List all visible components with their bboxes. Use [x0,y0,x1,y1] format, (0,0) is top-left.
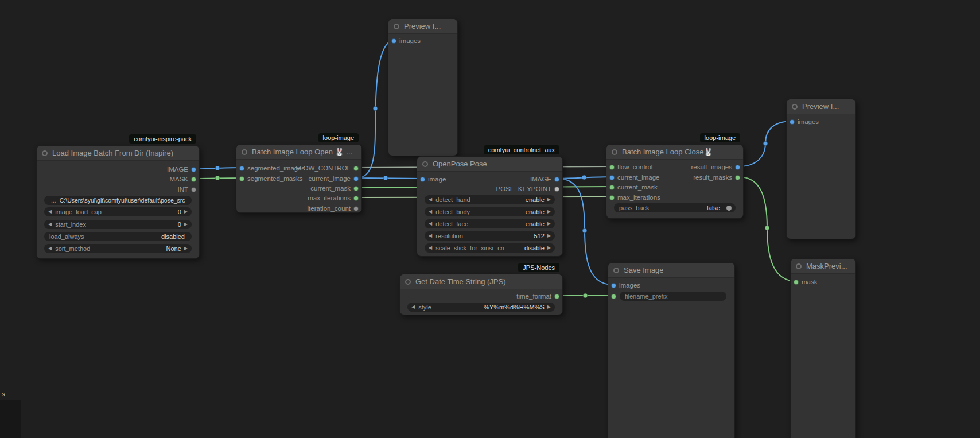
decrement-icon[interactable]: ◀ [429,219,432,228]
widget-label: start_index [55,221,86,228]
graph-canvas[interactable]: s comfyui-inspire-pack Load Image Batch … [0,0,980,438]
output-dot-int[interactable] [191,187,196,192]
collapse-icon[interactable] [394,24,399,29]
widget-image-load-cap[interactable]: ◀ image_load_cap 0 ▶ [44,207,192,216]
node-titlebar[interactable]: MaskPrevi... [791,259,855,274]
node-title: Batch Image Loop Close🐰 [622,148,713,156]
increment-icon[interactable]: ▶ [547,207,551,216]
slot-label: images [619,281,640,290]
widget-label: load_always [49,233,84,240]
collapse-icon[interactable] [792,104,798,110]
input-dot-image[interactable] [611,283,616,288]
node-mask-preview[interactable]: MaskPrevi... mask [790,258,856,438]
output-dot-mask[interactable] [735,175,740,180]
slot-label: time_format [516,292,551,301]
widget-detect-face[interactable]: ◀ detect_face enable ▶ [425,219,555,228]
widget-directory-path[interactable]: ... C:\Users\syui\git\comfyui\user\defau… [44,196,192,205]
input-dot-mask[interactable] [794,280,799,285]
node-save-image[interactable]: Save Image images filename_prefix [608,262,735,438]
input-dot-image[interactable] [790,119,795,125]
collapse-icon[interactable] [796,263,802,269]
output-dot-flow[interactable] [353,166,359,171]
widget-value: disabled [161,233,185,240]
node-load-image-batch[interactable]: comfyui-inspire-pack Load Image Batch Fr… [36,145,200,259]
decrement-icon[interactable]: ◀ [48,207,52,216]
collapse-icon[interactable] [242,149,247,155]
widget-start-index[interactable]: ◀ start_index 0 ▶ [44,220,192,229]
input-slot-max-iterations: max_iterations [606,193,743,202]
increment-icon[interactable]: ▶ [547,195,551,204]
output-dot-keypoint[interactable] [554,187,559,192]
widget-detect-hand[interactable]: ◀ detect_hand enable ▶ [425,195,555,204]
widget-label: filename_prefix [625,293,668,300]
decrement-icon[interactable]: ◀ [429,231,432,241]
input-dot-mask[interactable] [609,185,615,190]
node-titlebar[interactable]: Batch Image Loop Close🐰 [606,145,743,160]
node-title: Preview I... [404,22,441,30]
output-dot-int[interactable] [353,196,359,201]
increment-icon[interactable]: ▶ [547,303,551,312]
decrement-icon[interactable]: ◀ [48,220,52,229]
increment-icon[interactable]: ▶ [547,231,551,241]
node-titlebar[interactable]: OpenPose Pose [417,157,562,172]
slot-label: images [399,36,421,45]
widget-style[interactable]: ◀ style %Y%m%d%H%M%S ▶ [407,303,555,312]
widget-value: C:\Users\syui\git\comfyui\user\default\p… [60,197,185,204]
widget-label: pass_back [619,204,650,211]
widget-sort-method[interactable]: ◀ sort_method None ▶ [44,244,192,253]
output-dot-image[interactable] [191,167,196,172]
collapse-icon[interactable] [42,150,48,156]
widget-value: disable [524,245,545,251]
output-dot-string[interactable] [554,294,559,299]
node-batch-image-loop-open[interactable]: loop-image Batch Image Loop Open 🐰 ... s… [236,144,362,213]
collapse-icon[interactable] [422,161,428,167]
decrement-icon[interactable]: ◀ [411,303,415,312]
increment-icon[interactable]: ▶ [184,244,188,253]
output-dot-image[interactable] [353,176,359,181]
widget-label: detect_hand [435,196,470,203]
widget-value: enable [526,208,545,215]
node-get-date-time-string[interactable]: JPS-Nodes Get Date Time String (JPS) tim… [399,274,563,315]
widget-pass-back-toggle[interactable]: pass_back false [614,203,736,212]
widget-label: resolution [435,232,463,239]
output-dot-image[interactable] [554,177,559,182]
decrement-icon[interactable]: ◀ [429,243,432,253]
output-dot-mask[interactable] [191,177,196,182]
increment-icon[interactable]: ▶ [184,207,188,216]
output-dot-mask[interactable] [353,186,359,191]
node-titlebar[interactable]: Get Date Time String (JPS) [400,274,562,289]
input-dot-image[interactable] [391,38,396,44]
output-dot-int[interactable] [353,206,359,211]
decrement-icon[interactable]: ◀ [48,244,52,253]
node-preview-image-top[interactable]: Preview I... images [388,18,458,156]
node-titlebar[interactable]: Preview I... [787,99,855,114]
widget-load-always-toggle[interactable]: load_always disabled [44,232,192,241]
node-titlebar[interactable]: Save Image [608,263,734,278]
decrement-icon[interactable]: ◀ [429,207,432,216]
node-titlebar[interactable]: Batch Image Loop Open 🐰 ... [236,145,361,160]
widget-detect-body[interactable]: ◀ detect_body enable ▶ [425,207,555,216]
slot-label: current_mask [617,183,658,192]
widget-resolution[interactable]: ◀ resolution 512 ▶ [425,231,555,241]
output-dot-image[interactable] [735,165,740,170]
input-dot-int[interactable] [609,195,615,200]
decrement-icon[interactable]: ◀ [429,195,432,204]
node-badge: loop-image [700,133,740,142]
widget-filename-prefix[interactable]: filename_prefix [620,292,726,301]
link-midpoint-dot [215,176,220,180]
node-preview-image-right[interactable]: Preview I... images [786,99,856,239]
collapse-icon[interactable] [405,279,411,285]
widget-scale-stick-for-xinsr-cn[interactable]: ◀ scale_stick_for_xinsr_cn disable ▶ [425,243,555,253]
input-dot-string[interactable] [611,294,616,299]
increment-icon[interactable]: ▶ [547,243,551,253]
collapse-icon[interactable] [613,268,619,273]
node-batch-image-loop-close[interactable]: loop-image Batch Image Loop Close🐰 flow_… [606,144,744,219]
node-titlebar[interactable]: Load Image Batch From Dir (Inspire) [37,146,199,161]
increment-icon[interactable]: ▶ [184,220,188,229]
node-titlebar[interactable]: Preview I... [388,19,457,34]
toggle-dot-icon[interactable] [726,206,732,211]
slot-label: IMAGE [530,175,551,184]
node-openpose-pose[interactable]: comfyui_controlnet_aux OpenPose Pose ima… [417,156,563,257]
increment-icon[interactable]: ▶ [547,219,551,228]
collapse-icon[interactable] [612,149,617,155]
